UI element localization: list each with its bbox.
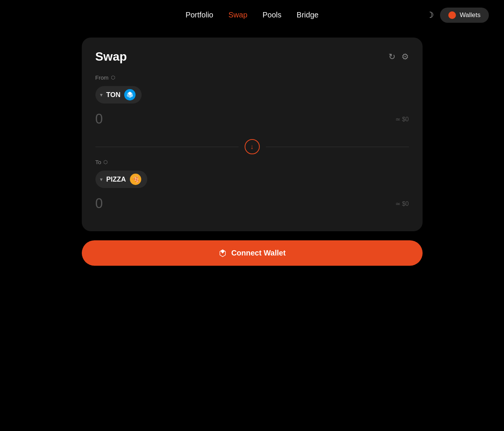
swap-card: Swap ↻ ⚙ From ⬡ ▾ TON bbox=[82, 38, 423, 231]
nav-links: Portfolio Swap Pools Bridge bbox=[186, 11, 318, 19]
ton-icon bbox=[126, 91, 134, 99]
svg-marker-5 bbox=[220, 249, 225, 253]
to-label-row: To ⬡ bbox=[95, 159, 409, 165]
refresh-icon: ↻ bbox=[389, 52, 395, 61]
from-label: From bbox=[95, 74, 109, 81]
nav-pools[interactable]: Pools bbox=[262, 11, 281, 19]
nav-swap[interactable]: Swap bbox=[228, 11, 247, 19]
divider-row: ↓ bbox=[95, 139, 409, 154]
nav-bridge[interactable]: Bridge bbox=[296, 11, 318, 19]
nav-right: ☽ Wallets bbox=[426, 8, 489, 23]
settings-button[interactable]: ⚙ bbox=[401, 53, 409, 61]
swap-title: Swap bbox=[95, 50, 127, 64]
from-label-row: From ⬡ bbox=[95, 74, 409, 81]
to-amount-row: ≃ $0 bbox=[95, 196, 409, 212]
divider-left bbox=[95, 147, 239, 147]
from-section: From ⬡ ▾ TON ≃ $0 bbox=[95, 74, 409, 138]
swap-direction-button[interactable]: ↓ bbox=[245, 139, 260, 154]
swap-down-arrow-icon: ↓ bbox=[250, 143, 254, 151]
from-token-logo bbox=[124, 89, 136, 100]
from-amount-row: ≃ $0 bbox=[95, 111, 409, 127]
nav-portfolio[interactable]: Portfolio bbox=[186, 11, 213, 19]
to-token-logo: 🍕 bbox=[130, 174, 141, 185]
settings-icon: ⚙ bbox=[401, 52, 409, 61]
from-token-name: TON bbox=[106, 91, 121, 99]
wallets-label: Wallets bbox=[460, 11, 481, 19]
to-chevron-icon: ▾ bbox=[100, 176, 103, 182]
to-usd-value: ≃ $0 bbox=[395, 200, 409, 207]
main-container: Swap ↻ ⚙ From ⬡ ▾ TON bbox=[82, 38, 423, 266]
to-token-selector[interactable]: ▾ PIZZA 🍕 bbox=[95, 171, 147, 188]
connect-wallet-label: Connect Wallet bbox=[231, 249, 286, 257]
to-token-name: PIZZA bbox=[106, 176, 126, 183]
wallet-ton-icon bbox=[218, 249, 227, 257]
refresh-button[interactable]: ↻ bbox=[389, 53, 395, 61]
from-usd-value: ≃ $0 bbox=[395, 116, 409, 123]
wallets-dot-icon bbox=[448, 11, 456, 19]
to-label: To bbox=[95, 159, 101, 165]
divider-right bbox=[266, 147, 409, 147]
navigation: Portfolio Swap Pools Bridge ☽ Wallets bbox=[0, 0, 504, 30]
connect-wallet-icon bbox=[218, 249, 227, 257]
card-actions: ↻ ⚙ bbox=[389, 53, 409, 61]
theme-toggle-icon[interactable]: ☽ bbox=[426, 10, 434, 20]
card-header: Swap ↻ ⚙ bbox=[95, 50, 409, 64]
from-token-selector[interactable]: ▾ TON bbox=[95, 86, 142, 103]
connect-wallet-button[interactable]: Connect Wallet bbox=[82, 240, 423, 266]
pizza-icon: 🍕 bbox=[131, 175, 140, 183]
to-section: To ⬡ ▾ PIZZA 🍕 ≃ $0 bbox=[95, 156, 409, 212]
wallets-button[interactable]: Wallets bbox=[440, 8, 489, 23]
from-chevron-icon: ▾ bbox=[100, 92, 103, 98]
from-external-link-icon[interactable]: ⬡ bbox=[111, 75, 115, 80]
to-external-link-icon[interactable]: ⬡ bbox=[103, 159, 108, 165]
from-amount-input[interactable] bbox=[95, 111, 171, 127]
to-amount-input[interactable] bbox=[95, 196, 171, 212]
